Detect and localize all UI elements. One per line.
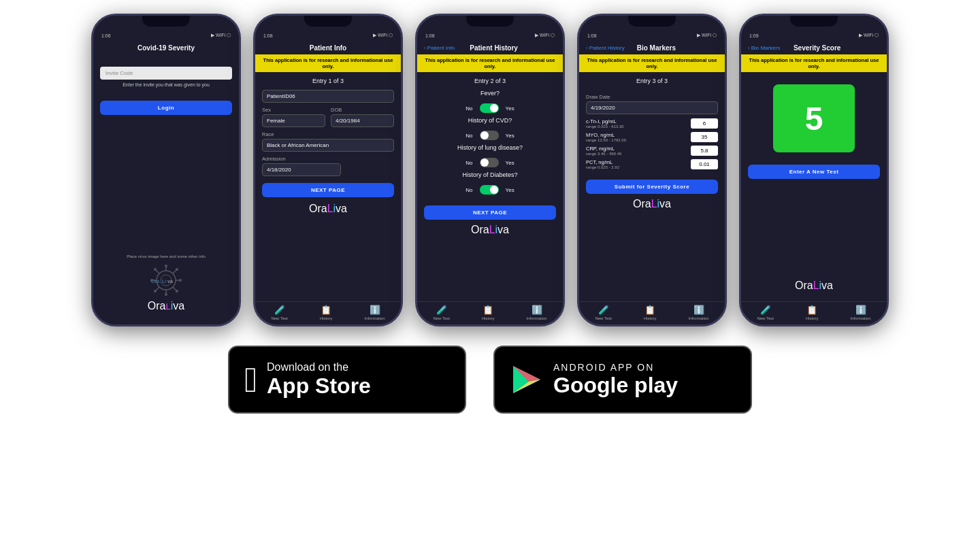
toggle-yes-cvd: Yes xyxy=(506,133,514,139)
toggle-yes-lung: Yes xyxy=(506,160,514,166)
status-signal: ▶ WiFi ⬡ xyxy=(535,33,555,38)
status-time: 1:08 xyxy=(587,33,597,38)
oraliva-logo: OraLiva xyxy=(262,203,394,219)
new-test-button[interactable]: Enter A New Test xyxy=(748,165,880,179)
toggle-yes-diabetes: Yes xyxy=(506,187,514,193)
submit-button[interactable]: Submit for Severity Score xyxy=(586,180,718,194)
bio-input-crp[interactable]: 5.8 xyxy=(691,146,718,156)
tab-new-test[interactable]: 🧪 New Test xyxy=(271,305,288,320)
bio-input-pct[interactable]: 0.01 xyxy=(691,159,718,169)
back-label: Patient Info xyxy=(427,45,455,51)
toggle-knob xyxy=(480,158,489,167)
warning-bar: This application is for research and inf… xyxy=(255,54,401,72)
toggle-lung[interactable] xyxy=(480,158,499,167)
status-time: 1:08 xyxy=(425,33,435,38)
back-button[interactable]: ‹ Patient Info xyxy=(424,45,455,51)
toggle-fever[interactable] xyxy=(480,103,499,113)
admission-input[interactable]: 4/18/2020 xyxy=(262,163,341,176)
tab-information[interactable]: ℹ️ Information xyxy=(365,305,385,320)
notch-cutout xyxy=(142,16,190,27)
svg-line-14 xyxy=(173,270,176,273)
phone-status: 1:06 ▶ WiFi ⬡ xyxy=(93,31,239,40)
bio-input-ctn[interactable]: 6 xyxy=(691,118,718,129)
phone-notch xyxy=(93,16,239,31)
svg-line-16 xyxy=(156,287,159,290)
tab-history[interactable]: 📋 History xyxy=(806,305,819,320)
phone-notch xyxy=(417,16,563,31)
logo-ora: Ora xyxy=(148,300,166,312)
phone-tabbar: 🧪 New Test 📋 History ℹ️ Information xyxy=(579,301,725,324)
tab-history[interactable]: 📋 History xyxy=(644,305,657,320)
phone-body: Entry 2 of 3 Fever? No Yes History of CV… xyxy=(417,72,563,301)
badges-row:  Download on the App Store ANDROID APP … xyxy=(228,346,752,414)
svg-text:.: . xyxy=(159,279,161,284)
login-button[interactable]: Login xyxy=(100,101,232,115)
oraliva-logo: OraLiva xyxy=(148,300,184,316)
phone-navbar: ‹ Patient History Bio Markers xyxy=(579,40,725,54)
bio-name: CRP, mg/mL xyxy=(586,146,621,152)
toggle-row-diabetes: No Yes xyxy=(424,185,556,195)
phone-notch xyxy=(255,16,401,31)
race-label: Race xyxy=(262,131,394,137)
nav-title: Severity Score xyxy=(794,44,871,52)
toggle-diabetes[interactable] xyxy=(480,185,499,195)
sex-label: Sex xyxy=(262,107,325,113)
next-page-button[interactable]: NEXT PAGE xyxy=(262,183,394,197)
score-number: 5 xyxy=(805,100,823,137)
phone-content: ‹ Bio Markers Severity Score This applic… xyxy=(741,40,887,324)
dob-group: DOB 4/20/1984 xyxy=(331,103,394,127)
tab-information[interactable]: ℹ️ Information xyxy=(527,305,547,320)
history-icon: 📋 xyxy=(483,305,493,315)
dob-input[interactable]: 4/20/1984 xyxy=(331,114,394,127)
notch-cutout xyxy=(790,16,838,27)
notch-cutout xyxy=(466,16,514,27)
tab-label: Information xyxy=(851,316,871,320)
tab-history[interactable]: 📋 History xyxy=(482,305,495,320)
toggle-knob xyxy=(480,131,489,139)
notch-cutout xyxy=(304,16,352,27)
info-icon: ℹ️ xyxy=(693,305,704,315)
back-button[interactable]: ‹ Bio Markers xyxy=(748,45,780,51)
chevron-left-icon: ‹ xyxy=(586,45,588,51)
back-button[interactable]: ‹ Patient History xyxy=(586,45,625,51)
question-cvd: History of CVD? xyxy=(424,117,556,124)
flask-icon: 🧪 xyxy=(436,305,447,315)
apple-badge-text: Download on the App Store xyxy=(267,361,371,399)
sex-dob-row: Sex Female DOB 4/20/1984 xyxy=(262,103,394,127)
tab-new-test[interactable]: 🧪 New Test xyxy=(433,305,450,320)
score-box: 5 xyxy=(773,84,855,152)
toggle-knob xyxy=(490,104,498,112)
apple-line2: App Store xyxy=(267,373,371,399)
bio-input-myo[interactable]: 35 xyxy=(691,132,718,142)
footer-text: Place virus image here and some other in… xyxy=(127,254,206,258)
navbar-row: ‹ Patient History Bio Markers xyxy=(586,44,718,52)
toggle-no-lung: No xyxy=(466,160,472,166)
google-play-badge[interactable]: ANDROID APP ON Google play xyxy=(493,346,752,414)
toggle-cvd[interactable] xyxy=(480,131,499,140)
sex-input[interactable]: Female xyxy=(262,114,325,127)
phone-title: Covid-19 Severity xyxy=(137,44,195,52)
patient-id-input[interactable]: PatientID06 xyxy=(262,90,394,103)
toggle-knob xyxy=(490,186,498,194)
phone-title: Patient Info xyxy=(310,44,346,52)
tab-new-test[interactable]: 🧪 New Test xyxy=(595,305,612,320)
invite-hint: Enter the invite you that was given to y… xyxy=(100,82,232,87)
race-input[interactable]: Black or African American xyxy=(262,139,394,152)
warning-bar: This application is for research and inf… xyxy=(579,54,725,72)
google-play-icon xyxy=(510,363,544,397)
svg-line-12 xyxy=(173,287,176,290)
bio-row-pct: PCT, ng/mL range 0.025 - 2.92 0.01 xyxy=(586,159,718,169)
invite-input-display[interactable]: Invite Code xyxy=(100,67,232,80)
tab-history[interactable]: 📋 History xyxy=(320,305,333,320)
phone-status: 1:08 ▶ WiFi ⬡ xyxy=(579,31,725,40)
bio-label-group: CRP, mg/mL range 3.46 - 496.46 xyxy=(586,146,621,156)
tab-new-test[interactable]: 🧪 New Test xyxy=(757,305,774,320)
draw-date-input[interactable]: 4/19/2020 xyxy=(586,101,718,114)
next-page-button[interactable]: NEXT PAGE xyxy=(424,205,556,220)
svg-text:va: va xyxy=(167,279,173,284)
notch-cutout xyxy=(628,16,676,27)
apple-store-badge[interactable]:  Download on the App Store xyxy=(228,346,466,414)
tab-information[interactable]: ℹ️ Information xyxy=(851,305,871,320)
phone-2-patient-info: 1:08 ▶ WiFi ⬡ Patient Info This applicat… xyxy=(253,14,403,327)
tab-information[interactable]: ℹ️ Information xyxy=(689,305,709,320)
